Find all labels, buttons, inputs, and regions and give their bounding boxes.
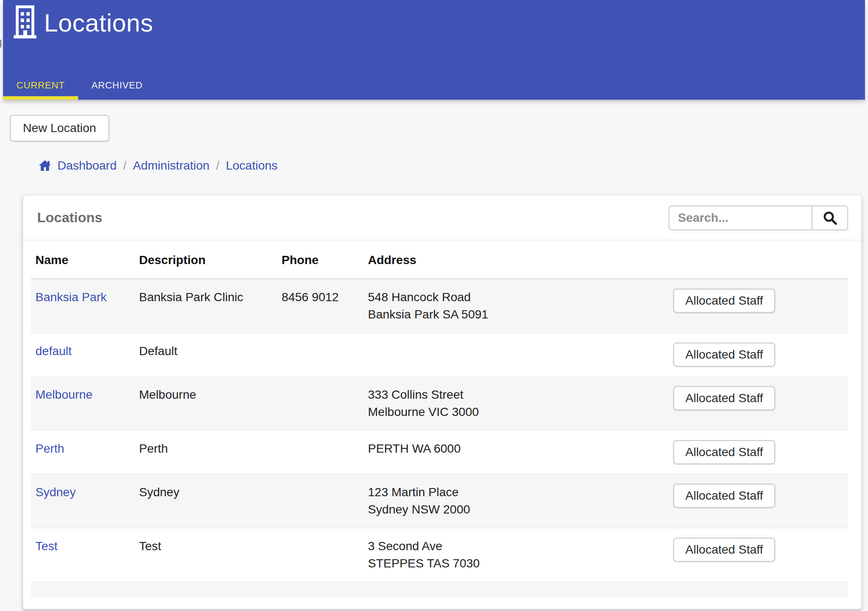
breadcrumb-locations[interactable]: Locations <box>226 159 278 173</box>
locations-card: Locations Name <box>23 195 862 609</box>
table-footer-row <box>31 582 848 597</box>
allocated-staff-button[interactable]: Allocated Staff <box>673 484 775 508</box>
location-address: 333 Collins StreetMelbourne VIC 3000 <box>362 377 667 431</box>
card-header: Locations <box>23 195 861 240</box>
location-name-link[interactable]: default <box>35 344 72 358</box>
location-description: Melbourne <box>133 377 276 431</box>
table-row: default Default Allocated Staff <box>31 333 848 377</box>
location-phone <box>276 431 362 474</box>
location-description: Sydney <box>133 474 276 528</box>
window-edge-artifact <box>0 40 1 47</box>
page-title: Locations <box>44 8 153 37</box>
app-header: Locations CURRENT ARCHIVED <box>3 0 865 100</box>
search-input[interactable] <box>668 205 812 230</box>
column-header-name: Name <box>31 240 133 279</box>
location-description: Test <box>133 528 276 582</box>
location-name-link[interactable]: Test <box>35 539 57 553</box>
breadcrumb-dashboard[interactable]: Dashboard <box>57 159 117 173</box>
tab-current-label: CURRENT <box>16 80 65 91</box>
table-row: Banksia Park Banksia Park Clinic 8456 90… <box>31 279 848 333</box>
location-description: Default <box>133 333 276 377</box>
column-header-phone: Phone <box>276 240 362 279</box>
location-description: Perth <box>133 431 276 474</box>
search-button[interactable] <box>812 205 848 230</box>
table-footer-cell <box>31 582 848 597</box>
home-icon <box>38 159 52 173</box>
search-group <box>668 205 848 230</box>
breadcrumb-administration[interactable]: Administration <box>133 159 209 173</box>
tab-bar: CURRENT ARCHIVED <box>3 71 865 100</box>
location-address: 548 Hancock RoadBanksia Park SA 5091 <box>362 279 667 333</box>
location-address <box>362 333 667 377</box>
search-icon <box>822 210 838 226</box>
header-title-row: Locations <box>3 0 865 40</box>
tab-archived[interactable]: ARCHIVED <box>78 71 156 100</box>
breadcrumb-separator: / <box>216 159 219 173</box>
card-title: Locations <box>37 210 102 226</box>
allocated-staff-button[interactable]: Allocated Staff <box>673 538 775 562</box>
allocated-staff-button[interactable]: Allocated Staff <box>673 343 775 367</box>
page-body: New Location Dashboard / Administration … <box>0 100 868 611</box>
tab-archived-label: ARCHIVED <box>92 80 143 91</box>
new-location-button[interactable]: New Location <box>10 115 109 142</box>
location-phone <box>276 333 362 377</box>
table-row: Melbourne Melbourne 333 Collins StreetMe… <box>31 377 848 431</box>
column-header-description: Description <box>133 240 276 279</box>
location-phone <box>276 528 362 582</box>
column-header-address: Address <box>362 240 667 279</box>
allocated-staff-button[interactable]: Allocated Staff <box>673 386 775 410</box>
location-address: PERTH WA 6000 <box>362 431 667 474</box>
table-row: Test Test 3 Second AveSTEPPES TAS 7030 A… <box>31 528 848 582</box>
location-phone <box>276 474 362 528</box>
breadcrumb: Dashboard / Administration / Locations <box>38 159 868 173</box>
allocated-staff-button[interactable]: Allocated Staff <box>673 440 775 464</box>
location-name-link[interactable]: Sydney <box>35 485 76 499</box>
location-name-link[interactable]: Perth <box>35 442 64 455</box>
location-name-link[interactable]: Banksia Park <box>35 290 107 304</box>
breadcrumb-separator: / <box>123 159 127 173</box>
location-address: 123 Martin PlaceSydney NSW 2000 <box>362 474 667 528</box>
column-header-actions <box>667 240 848 279</box>
locations-table: Name Description Phone Address Banksia P… <box>31 240 848 597</box>
table-header-row: Name Description Phone Address <box>31 240 848 279</box>
table-row: Sydney Sydney 123 Martin PlaceSydney NSW… <box>31 474 848 528</box>
location-phone <box>276 377 362 431</box>
table-row: Perth Perth PERTH WA 6000 Allocated Staf… <box>31 431 848 474</box>
location-address: 3 Second AveSTEPPES TAS 7030 <box>362 528 667 582</box>
allocated-staff-button[interactable]: Allocated Staff <box>673 289 775 313</box>
building-icon <box>13 5 37 40</box>
tab-current[interactable]: CURRENT <box>3 71 78 100</box>
location-name-link[interactable]: Melbourne <box>35 388 92 401</box>
location-description: Banksia Park Clinic <box>133 279 276 333</box>
location-phone: 8456 9012 <box>276 279 362 333</box>
